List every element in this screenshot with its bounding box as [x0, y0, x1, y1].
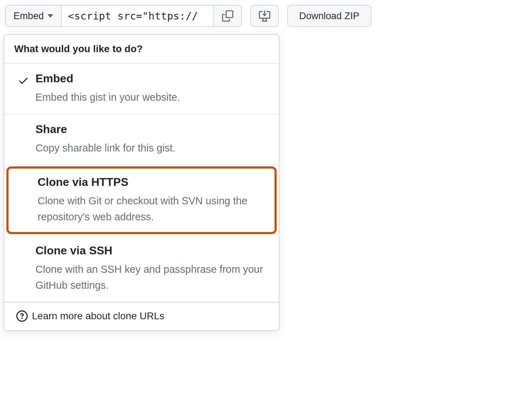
- dropdown-item-title: Clone via HTTPS: [38, 176, 266, 189]
- copy-icon: [222, 10, 233, 22]
- dropdown-item-title: Embed: [35, 72, 268, 85]
- embed-button-label: Embed: [13, 11, 44, 22]
- desktop-download-button[interactable]: [250, 5, 279, 27]
- dropdown-item-share[interactable]: Share Copy sharable link for this gist.: [4, 114, 279, 165]
- embed-dropdown-button[interactable]: Embed: [5, 5, 61, 27]
- dropdown-item-desc: Embed this gist in your website.: [35, 89, 268, 105]
- check-icon: [18, 75, 29, 86]
- dropdown-item-title: Clone via SSH: [35, 244, 268, 257]
- dropdown-item-clone-https[interactable]: Clone via HTTPS Clone with Git or checko…: [6, 166, 277, 234]
- dropdown-item-title: Share: [35, 123, 268, 136]
- dropdown-item-desc: Clone with an SSH key and passphrase fro…: [35, 261, 268, 293]
- dropdown-item-desc: Copy sharable link for this gist.: [35, 140, 268, 156]
- copy-button[interactable]: [214, 5, 242, 27]
- embed-dropdown-menu: What would you like to do? Embed Embed t…: [4, 34, 279, 331]
- dropdown-item-clone-ssh[interactable]: Clone via SSH Clone with an SSH key and …: [4, 236, 279, 302]
- download-zip-button[interactable]: Download ZIP: [287, 5, 372, 27]
- dropdown-item-desc: Clone with Git or checkout with SVN usin…: [38, 193, 266, 225]
- embed-group: Embed: [5, 5, 242, 27]
- dropdown-footer-link[interactable]: Learn more about clone URLs: [4, 302, 279, 330]
- dropdown-item-embed[interactable]: Embed Embed this gist in your website.: [4, 63, 279, 114]
- desktop-download-icon: [259, 10, 270, 22]
- caret-down-icon: [48, 14, 53, 18]
- dropdown-footer-label: Learn more about clone URLs: [32, 310, 165, 322]
- embed-script-input[interactable]: [61, 5, 214, 27]
- download-zip-label: Download ZIP: [299, 11, 360, 22]
- toolbar: Embed Download ZIP: [5, 5, 527, 27]
- question-icon: [16, 310, 28, 322]
- dropdown-header: What would you like to do?: [4, 35, 279, 63]
